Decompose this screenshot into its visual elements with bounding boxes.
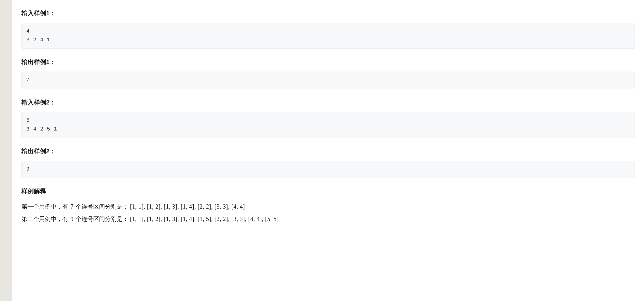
explanation-body: 第一个用例中，有 7 个连号区间分别是： [1, 1], [1, 2], [1,…: [21, 201, 635, 226]
output-sample-1-title: 输出样例1：: [21, 58, 635, 66]
explain1-intervals: [1, 1], [1, 2], [1, 3], [1, 4], [2, 2], …: [130, 203, 245, 210]
explain1-prefix: 第一个用例中，有: [21, 203, 70, 210]
output-sample-1-box: 7: [21, 72, 635, 89]
left-texture-strip: [0, 0, 12, 301]
output-sample-2-title: 输出样例2：: [21, 147, 635, 156]
input-sample-1-box: 4 3 2 4 1: [21, 23, 635, 49]
explain2-prefix: 第二个用例中，有: [21, 216, 70, 222]
input-sample-2-box: 5 3 4 2 5 1: [21, 112, 635, 138]
explanation-line-2: 第二个用例中，有 9 个连号区间分别是： [1, 1], [1, 2], [1,…: [21, 213, 635, 226]
explain2-intervals: [1, 1], [1, 2], [1, 3], [1, 4], [1, 5], …: [130, 216, 279, 222]
explain2-mid: 个连号区间分别是：: [74, 216, 128, 222]
output-sample-2-box: 9: [21, 161, 635, 178]
input-sample-1-title: 输入样例1：: [21, 9, 635, 18]
explanation-title: 样例解释: [21, 187, 635, 196]
explain1-mid: 个连号区间分别是：: [74, 203, 128, 210]
page-root: 输入样例1： 4 3 2 4 1 输出样例1： 7 输入样例2： 5 3 4 2…: [0, 0, 644, 301]
explanation-line-1: 第一个用例中，有 7 个连号区间分别是： [1, 1], [1, 2], [1,…: [21, 201, 635, 213]
input-sample-2-title: 输入样例2：: [21, 98, 635, 107]
problem-content: 输入样例1： 4 3 2 4 1 输出样例1： 7 输入样例2： 5 3 4 2…: [12, 0, 644, 301]
explain2-count: 9: [70, 216, 74, 222]
explain1-count: 7: [70, 203, 74, 210]
